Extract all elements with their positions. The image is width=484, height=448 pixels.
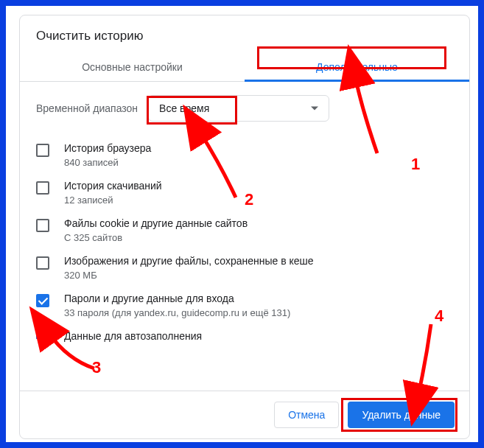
outer-frame: Очистить историю Основные настройки Допо…	[0, 0, 484, 448]
time-range-row: Временной диапазон Все время	[36, 95, 463, 122]
option-title: Пароли и другие данные для входа	[64, 293, 290, 304]
clear-option[interactable]: Данные для автозаполнения	[36, 324, 463, 342]
clear-option[interactable]: Пароли и другие данные для входа 33 паро…	[36, 287, 463, 324]
cancel-button-label: Отмена	[288, 409, 325, 421]
option-subtitle: 33 пароля (для yandex.ru, guidecomp.ru и…	[64, 307, 290, 318]
time-range-value: Все время	[159, 102, 209, 114]
option-title: Файлы cookie и другие данные сайтов	[64, 217, 248, 229]
option-title: История браузера	[64, 142, 151, 154]
checkbox[interactable]	[36, 144, 49, 157]
tabs: Основные настройки Дополнительные	[20, 54, 469, 82]
option-subtitle: 840 записей	[64, 157, 151, 168]
dialog-footer: Отмена Удалить данные	[20, 391, 469, 438]
option-title: История скачиваний	[64, 180, 162, 192]
checkbox[interactable]	[36, 219, 49, 232]
chevron-down-icon	[311, 107, 318, 111]
checkbox-partial[interactable]	[36, 332, 49, 339]
tab-basic-label: Основные настройки	[82, 61, 183, 73]
confirm-button-label: Удалить данные	[362, 409, 441, 421]
dialog-title: Очистить историю	[20, 15, 469, 54]
option-subtitle: 12 записей	[64, 195, 162, 206]
clear-option[interactable]: История скачиваний 12 записей	[36, 174, 463, 211]
cancel-button[interactable]: Отмена	[274, 402, 339, 428]
dialog-body[interactable]: Временной диапазон Все время История бра…	[20, 82, 469, 391]
tab-basic[interactable]: Основные настройки	[20, 54, 245, 82]
option-subtitle: 320 МБ	[64, 270, 314, 281]
clear-option[interactable]: Изображения и другие файлы, сохраненные …	[36, 249, 463, 287]
option-title: Изображения и другие файлы, сохраненные …	[64, 255, 314, 267]
option-subtitle: С 325 сайтов	[64, 232, 248, 243]
time-range-label: Временной диапазон	[36, 102, 138, 114]
tab-advanced-label: Дополнительные	[316, 61, 398, 73]
dialog: Очистить историю Основные настройки Допо…	[19, 15, 470, 439]
clear-option[interactable]: История браузера 840 записей	[36, 136, 463, 174]
confirm-button[interactable]: Удалить данные	[348, 402, 455, 428]
checkbox[interactable]	[36, 256, 49, 270]
time-range-select[interactable]: Все время	[148, 95, 329, 122]
tab-advanced[interactable]: Дополнительные	[245, 54, 469, 82]
checkbox[interactable]	[36, 294, 49, 307]
checkbox[interactable]	[36, 181, 49, 195]
clear-option[interactable]: Файлы cookie и другие данные сайтов С 32…	[36, 211, 463, 249]
option-title: Данные для автозаполнения	[64, 330, 202, 342]
